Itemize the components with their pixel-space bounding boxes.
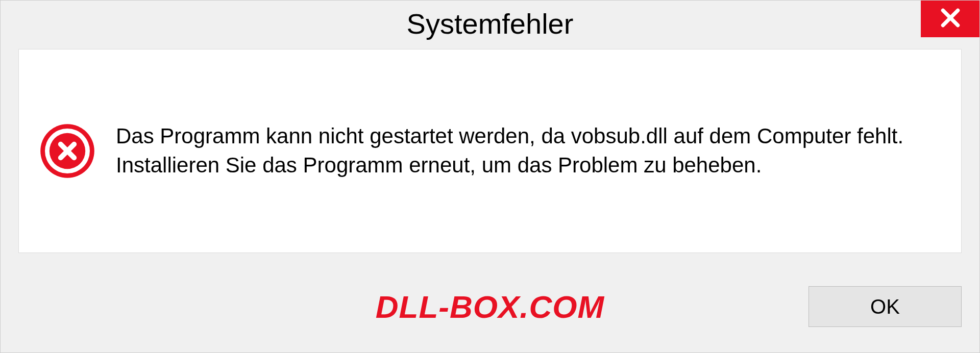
close-icon (938, 5, 963, 33)
title-bar: Systemfehler (1, 1, 979, 46)
ok-button[interactable]: OK (808, 286, 962, 327)
dialog-footer: DLL-BOX.COM OK (1, 261, 979, 352)
error-icon (39, 123, 95, 179)
error-message: Das Programm kann nicht gestartet werden… (116, 122, 941, 180)
content-panel: Das Programm kann nicht gestartet werden… (18, 49, 962, 253)
watermark-text: DLL-BOX.COM (376, 289, 604, 325)
error-dialog: Systemfehler Das Programm kann nicht ges… (0, 0, 980, 353)
dialog-title: Systemfehler (407, 7, 574, 40)
close-button[interactable] (921, 1, 979, 37)
